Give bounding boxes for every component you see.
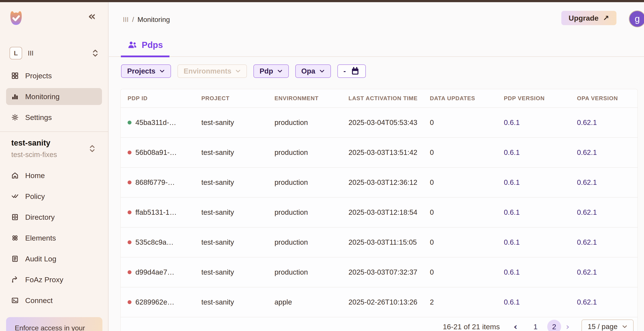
terminal-icon xyxy=(11,297,19,304)
user-avatar[interactable]: g xyxy=(629,10,644,27)
sidebar-item-connect[interactable]: Connect xyxy=(6,292,102,309)
pdp-id-cell: 868f6779-… xyxy=(121,178,194,186)
sidebar-item-home[interactable]: Home xyxy=(6,167,102,184)
cabinet-icon xyxy=(11,214,19,221)
sidebar-collapse-button[interactable]: « xyxy=(88,10,96,22)
data-updates-cell: 2 xyxy=(423,298,497,306)
sidebar: « L III Projects Monitoring Settin xyxy=(0,2,108,331)
date-range-picker[interactable]: - xyxy=(338,64,366,78)
sidebar-item-label: Connect xyxy=(25,296,53,305)
project-cell: test-sanity xyxy=(194,268,268,276)
document-icon xyxy=(11,255,19,262)
pdp-version-cell: 0.6.1 xyxy=(497,118,570,127)
table-row[interactable]: 56b08a91-… test-sanity production 2025-0… xyxy=(121,137,638,167)
project-cell: test-sanity xyxy=(194,178,268,186)
data-updates-cell: 0 xyxy=(423,208,497,216)
pdp-id-cell: 56b08a91-… xyxy=(121,148,194,156)
pdp-id: 6289962e… xyxy=(136,298,174,306)
project-cell: test-sanity xyxy=(194,208,268,216)
filter-label: Projects xyxy=(127,67,155,75)
filter-label: Pdp xyxy=(260,67,273,75)
tab-pdps[interactable]: Pdps xyxy=(121,40,170,57)
sidebar-item-policy[interactable]: Policy xyxy=(6,188,102,205)
project-environment-selector[interactable]: test-sanity test-scim-fixes xyxy=(11,138,100,159)
pdp-version-cell: 0.6.1 xyxy=(497,178,570,186)
table-row[interactable]: d99d4ae7… test-sanity production 2025-03… xyxy=(121,257,638,287)
environment-cell: production xyxy=(268,268,342,276)
data-updates-cell: 0 xyxy=(423,148,497,156)
grid-icon xyxy=(11,72,19,80)
page-size-select[interactable]: 15 / page xyxy=(582,320,634,331)
sidebar-item-directory[interactable]: Directory xyxy=(6,209,102,226)
pagination-page-2[interactable]: 2 xyxy=(547,320,561,331)
main-content: III / Monitoring Upgrade ↗ g Pdps Projec… xyxy=(109,2,644,331)
project-name: test-sanity xyxy=(11,138,100,148)
environment-cell: apple xyxy=(268,298,342,306)
table-row[interactable]: ffab5131-1… test-sanity production 2025-… xyxy=(121,197,638,227)
opa-filter-dropdown[interactable]: Opa xyxy=(295,64,331,78)
environment-cell: production xyxy=(268,208,342,216)
table-row[interactable]: 868f6779-… test-sanity production 2025-0… xyxy=(121,167,638,197)
filter-label: Opa xyxy=(302,67,315,75)
tab-label: Pdps xyxy=(142,40,163,50)
sidebar-item-monitoring[interactable]: Monitoring xyxy=(6,88,102,105)
enforce-access-banner[interactable]: Enforce access in your xyxy=(6,317,102,331)
pagination-page-1[interactable]: 1 xyxy=(528,320,542,331)
sidebar-item-settings[interactable]: Settings xyxy=(6,109,102,126)
last-activation-cell: 2025-03-03T07:32:37 xyxy=(342,268,423,276)
four-dots-icon xyxy=(11,234,19,242)
pagination-prev-button[interactable]: ‹ xyxy=(514,322,517,331)
chevron-down-icon xyxy=(159,68,165,74)
workspace-name: III xyxy=(28,49,86,57)
workspace-badge: L xyxy=(10,47,22,60)
pdp-id: 535c8c9a… xyxy=(136,238,174,246)
home-icon xyxy=(11,172,19,179)
table-row[interactable]: 45ba311d-… test-sanity production 2025-0… xyxy=(121,107,638,137)
pdp-version-cell: 0.6.1 xyxy=(497,148,570,156)
chevron-down-icon xyxy=(277,68,283,74)
last-activation-cell: 2025-03-03T13:51:42 xyxy=(342,148,423,156)
project-cell: test-sanity xyxy=(194,298,268,306)
sidebar-item-label: Projects xyxy=(25,72,52,80)
breadcrumb-root[interactable]: III xyxy=(123,16,129,24)
chevron-updown-icon xyxy=(88,144,96,153)
sidebar-item-foaz-proxy[interactable]: FoAz Proxy xyxy=(6,271,102,288)
pagination-next-button[interactable]: › xyxy=(566,322,569,331)
data-updates-cell: 0 xyxy=(423,118,497,127)
table-body: 45ba311d-… test-sanity production 2025-0… xyxy=(121,107,638,317)
pdp-id-cell: 45ba311d-… xyxy=(121,118,194,127)
pdp-id: 868f6779-… xyxy=(136,178,175,186)
environment-cell: production xyxy=(268,238,342,246)
permit-fox-logo xyxy=(8,10,24,27)
opa-version-cell: 0.62.1 xyxy=(570,208,638,216)
sidebar-item-label: FoAz Proxy xyxy=(25,276,63,284)
sidebar-item-audit-log[interactable]: Audit Log xyxy=(6,250,102,267)
column-header: LAST ACTIVATION TIME xyxy=(342,95,423,102)
workspace-selector[interactable]: L III xyxy=(10,47,100,60)
upgrade-button[interactable]: Upgrade ↗ xyxy=(561,11,616,25)
status-dot xyxy=(128,300,132,304)
pdp-filter-dropdown[interactable]: Pdp xyxy=(254,64,288,78)
gear-icon xyxy=(11,114,19,121)
chevron-down-icon xyxy=(622,324,628,330)
environment-cell: production xyxy=(268,118,342,127)
pdp-id-cell: ffab5131-1… xyxy=(121,208,194,216)
projects-filter-dropdown[interactable]: Projects xyxy=(121,64,171,78)
sidebar-item-label: Audit Log xyxy=(25,255,56,263)
route-arrow-icon xyxy=(11,276,19,283)
pdp-id: ffab5131-1… xyxy=(136,208,176,216)
table-row[interactable]: 6289962e… test-sanity apple 2025-02-26T1… xyxy=(121,287,638,317)
column-header: PDP VERSION xyxy=(497,95,570,102)
sidebar-item-projects[interactable]: Projects xyxy=(6,67,102,84)
pdp-id: d99d4ae7… xyxy=(136,268,174,276)
sidebar-item-elements[interactable]: Elements xyxy=(6,230,102,246)
tab-bar: Pdps xyxy=(109,32,644,57)
column-header: ENVIRONMENT xyxy=(268,95,342,102)
sidebar-nav-org: Projects Monitoring Settings xyxy=(0,67,108,126)
data-updates-cell: 0 xyxy=(423,238,497,246)
pdp-id-cell: 6289962e… xyxy=(121,298,194,306)
status-dot xyxy=(128,270,132,274)
environments-filter-dropdown: Environments xyxy=(178,64,247,78)
date-range-value: - xyxy=(344,67,346,75)
table-row[interactable]: 535c8c9a… test-sanity production 2025-03… xyxy=(121,227,638,257)
